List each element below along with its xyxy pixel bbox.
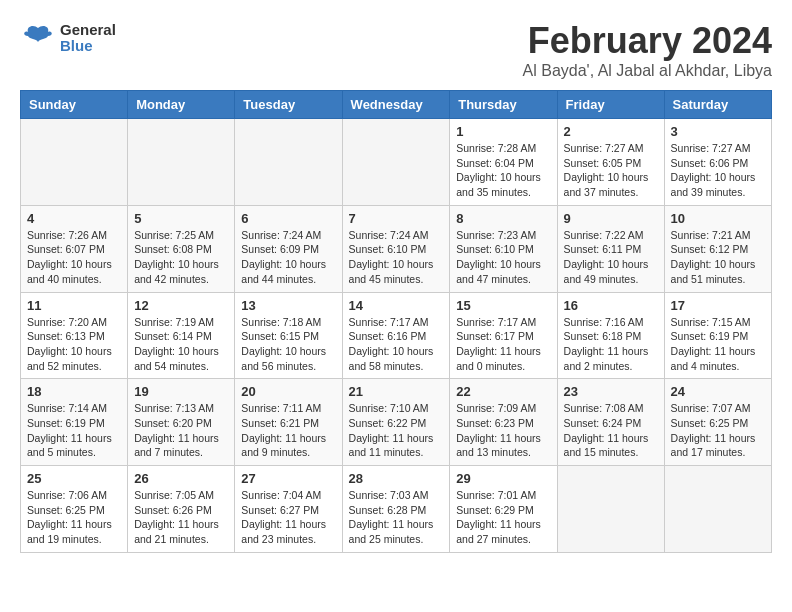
calendar-cell: 24Sunrise: 7:07 AM Sunset: 6:25 PM Dayli… [664,379,771,466]
calendar-cell: 6Sunrise: 7:24 AM Sunset: 6:09 PM Daylig… [235,205,342,292]
calendar-cell: 19Sunrise: 7:13 AM Sunset: 6:20 PM Dayli… [128,379,235,466]
page-header: General Blue February 2024 Al Bayda', Al… [20,20,772,80]
day-info: Sunrise: 7:23 AM Sunset: 6:10 PM Dayligh… [456,228,550,287]
calendar-cell: 26Sunrise: 7:05 AM Sunset: 6:26 PM Dayli… [128,466,235,553]
day-number: 13 [241,298,335,313]
day-number: 7 [349,211,444,226]
logo-text: General Blue [60,22,116,55]
calendar-week-4: 18Sunrise: 7:14 AM Sunset: 6:19 PM Dayli… [21,379,772,466]
day-info: Sunrise: 7:08 AM Sunset: 6:24 PM Dayligh… [564,401,658,460]
calendar-cell: 11Sunrise: 7:20 AM Sunset: 6:13 PM Dayli… [21,292,128,379]
calendar-cell: 27Sunrise: 7:04 AM Sunset: 6:27 PM Dayli… [235,466,342,553]
day-info: Sunrise: 7:19 AM Sunset: 6:14 PM Dayligh… [134,315,228,374]
day-info: Sunrise: 7:17 AM Sunset: 6:16 PM Dayligh… [349,315,444,374]
weekday-header-row: SundayMondayTuesdayWednesdayThursdayFrid… [21,91,772,119]
logo-container: General Blue [20,20,116,56]
calendar-cell: 9Sunrise: 7:22 AM Sunset: 6:11 PM Daylig… [557,205,664,292]
weekday-friday: Friday [557,91,664,119]
day-info: Sunrise: 7:24 AM Sunset: 6:10 PM Dayligh… [349,228,444,287]
calendar-cell: 10Sunrise: 7:21 AM Sunset: 6:12 PM Dayli… [664,205,771,292]
page-title: February 2024 [523,20,772,62]
day-info: Sunrise: 7:26 AM Sunset: 6:07 PM Dayligh… [27,228,121,287]
calendar-cell: 8Sunrise: 7:23 AM Sunset: 6:10 PM Daylig… [450,205,557,292]
calendar-cell: 25Sunrise: 7:06 AM Sunset: 6:25 PM Dayli… [21,466,128,553]
day-number: 21 [349,384,444,399]
weekday-saturday: Saturday [664,91,771,119]
day-number: 1 [456,124,550,139]
weekday-sunday: Sunday [21,91,128,119]
calendar-cell [342,119,450,206]
day-info: Sunrise: 7:13 AM Sunset: 6:20 PM Dayligh… [134,401,228,460]
logo: General Blue [20,20,116,56]
calendar-cell [21,119,128,206]
calendar-cell [557,466,664,553]
day-number: 3 [671,124,765,139]
calendar-cell: 1Sunrise: 7:28 AM Sunset: 6:04 PM Daylig… [450,119,557,206]
calendar-cell: 23Sunrise: 7:08 AM Sunset: 6:24 PM Dayli… [557,379,664,466]
day-number: 22 [456,384,550,399]
calendar-cell [235,119,342,206]
day-number: 20 [241,384,335,399]
day-info: Sunrise: 7:28 AM Sunset: 6:04 PM Dayligh… [456,141,550,200]
day-info: Sunrise: 7:20 AM Sunset: 6:13 PM Dayligh… [27,315,121,374]
day-number: 6 [241,211,335,226]
day-info: Sunrise: 7:04 AM Sunset: 6:27 PM Dayligh… [241,488,335,547]
day-info: Sunrise: 7:09 AM Sunset: 6:23 PM Dayligh… [456,401,550,460]
day-info: Sunrise: 7:25 AM Sunset: 6:08 PM Dayligh… [134,228,228,287]
weekday-wednesday: Wednesday [342,91,450,119]
logo-line1: General [60,22,116,39]
calendar-cell: 28Sunrise: 7:03 AM Sunset: 6:28 PM Dayli… [342,466,450,553]
day-number: 12 [134,298,228,313]
day-number: 15 [456,298,550,313]
day-number: 5 [134,211,228,226]
day-number: 27 [241,471,335,486]
day-info: Sunrise: 7:06 AM Sunset: 6:25 PM Dayligh… [27,488,121,547]
calendar-cell: 14Sunrise: 7:17 AM Sunset: 6:16 PM Dayli… [342,292,450,379]
calendar-cell: 13Sunrise: 7:18 AM Sunset: 6:15 PM Dayli… [235,292,342,379]
day-number: 8 [456,211,550,226]
day-info: Sunrise: 7:27 AM Sunset: 6:06 PM Dayligh… [671,141,765,200]
day-number: 16 [564,298,658,313]
calendar-cell [128,119,235,206]
calendar-cell: 18Sunrise: 7:14 AM Sunset: 6:19 PM Dayli… [21,379,128,466]
calendar-cell: 5Sunrise: 7:25 AM Sunset: 6:08 PM Daylig… [128,205,235,292]
day-number: 2 [564,124,658,139]
day-number: 14 [349,298,444,313]
calendar-week-2: 4Sunrise: 7:26 AM Sunset: 6:07 PM Daylig… [21,205,772,292]
day-number: 26 [134,471,228,486]
day-number: 4 [27,211,121,226]
day-number: 29 [456,471,550,486]
calendar-week-5: 25Sunrise: 7:06 AM Sunset: 6:25 PM Dayli… [21,466,772,553]
day-info: Sunrise: 7:18 AM Sunset: 6:15 PM Dayligh… [241,315,335,374]
calendar-cell: 22Sunrise: 7:09 AM Sunset: 6:23 PM Dayli… [450,379,557,466]
day-number: 17 [671,298,765,313]
day-info: Sunrise: 7:05 AM Sunset: 6:26 PM Dayligh… [134,488,228,547]
logo-line2: Blue [60,38,116,55]
day-info: Sunrise: 7:03 AM Sunset: 6:28 PM Dayligh… [349,488,444,547]
calendar-cell: 4Sunrise: 7:26 AM Sunset: 6:07 PM Daylig… [21,205,128,292]
day-number: 10 [671,211,765,226]
weekday-monday: Monday [128,91,235,119]
day-number: 18 [27,384,121,399]
calendar-week-3: 11Sunrise: 7:20 AM Sunset: 6:13 PM Dayli… [21,292,772,379]
weekday-thursday: Thursday [450,91,557,119]
page-subtitle: Al Bayda', Al Jabal al Akhdar, Libya [523,62,772,80]
day-info: Sunrise: 7:11 AM Sunset: 6:21 PM Dayligh… [241,401,335,460]
day-info: Sunrise: 7:16 AM Sunset: 6:18 PM Dayligh… [564,315,658,374]
day-number: 11 [27,298,121,313]
day-number: 23 [564,384,658,399]
calendar-cell: 3Sunrise: 7:27 AM Sunset: 6:06 PM Daylig… [664,119,771,206]
calendar-cell [664,466,771,553]
calendar-cell: 2Sunrise: 7:27 AM Sunset: 6:05 PM Daylig… [557,119,664,206]
day-number: 25 [27,471,121,486]
calendar-cell: 15Sunrise: 7:17 AM Sunset: 6:17 PM Dayli… [450,292,557,379]
calendar-cell: 21Sunrise: 7:10 AM Sunset: 6:22 PM Dayli… [342,379,450,466]
calendar-table: SundayMondayTuesdayWednesdayThursdayFrid… [20,90,772,553]
day-info: Sunrise: 7:24 AM Sunset: 6:09 PM Dayligh… [241,228,335,287]
weekday-tuesday: Tuesday [235,91,342,119]
day-number: 24 [671,384,765,399]
calendar-body: 1Sunrise: 7:28 AM Sunset: 6:04 PM Daylig… [21,119,772,553]
day-info: Sunrise: 7:21 AM Sunset: 6:12 PM Dayligh… [671,228,765,287]
day-info: Sunrise: 7:01 AM Sunset: 6:29 PM Dayligh… [456,488,550,547]
day-info: Sunrise: 7:07 AM Sunset: 6:25 PM Dayligh… [671,401,765,460]
